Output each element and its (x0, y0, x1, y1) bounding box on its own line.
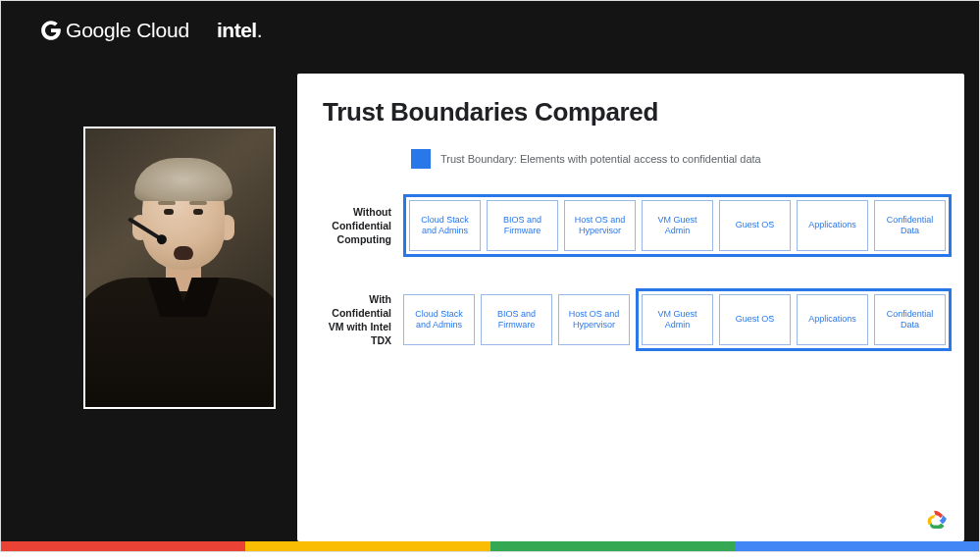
stack-box: Cloud Stack and Admins (409, 200, 481, 251)
google-cloud-text: Google Cloud (66, 19, 189, 42)
stack-box: Guest OS (719, 294, 791, 345)
stack-box: Cloud Stack and Admins (403, 294, 475, 345)
stack-box: Host OS and Hypervisor (564, 200, 636, 251)
stripe-green (490, 541, 735, 551)
video-frame: Google Cloud intel. Trust Boundaries Com… (0, 0, 980, 552)
google-cloud-logo: Google Cloud (40, 19, 189, 42)
speaker-eye (193, 209, 203, 215)
stack-box: VM Guest Admin (642, 294, 713, 345)
google-g-icon (40, 20, 62, 41)
row-without-confidential: Without Confidential Computing Cloud Sta… (323, 194, 941, 257)
speaker-brow (158, 201, 176, 205)
intel-text: intel (217, 19, 257, 41)
stack-box: Host OS and Hypervisor (558, 294, 630, 345)
stack-box: Confidential Data (874, 294, 946, 345)
stripe-yellow (245, 541, 490, 551)
row-label: Without Confidential Computing (323, 205, 403, 247)
google-cloud-icon (921, 508, 951, 532)
outside-boundary-group: Cloud Stack and Admins BIOS and Firmware… (403, 294, 630, 345)
stripe-red (1, 541, 245, 551)
google-color-stripe (1, 541, 979, 551)
legend-text: Trust Boundary: Elements with potential … (440, 153, 761, 165)
header: Google Cloud intel. (1, 1, 979, 52)
intel-logo: intel. (217, 19, 262, 42)
trust-boundary-group: Cloud Stack and Admins BIOS and Firmware… (403, 194, 952, 257)
content-area: Trust Boundaries Compared Trust Boundary… (1, 52, 979, 541)
intel-dot: . (257, 19, 262, 41)
stack-box: BIOS and Firmware (487, 200, 558, 251)
stack-box: Guest OS (719, 200, 791, 251)
speaker-eye (164, 209, 174, 215)
slide-title: Trust Boundaries Compared (323, 97, 941, 127)
speaker-mouth (174, 246, 193, 260)
stack-box: Applications (797, 200, 868, 251)
stack-box: VM Guest Admin (642, 200, 713, 251)
stripe-blue (735, 541, 979, 551)
stack-box: Applications (797, 294, 868, 345)
speaker-brow (189, 201, 207, 205)
stack-box: Confidential Data (874, 200, 946, 251)
row-with-confidential-vm: With Confidential VM with Intel TDX Clou… (323, 288, 941, 351)
trust-boundary-group: VM Guest Admin Guest OS Applications Con… (636, 288, 952, 351)
legend: Trust Boundary: Elements with potential … (411, 149, 941, 169)
speaker-video (83, 127, 276, 409)
speaker-hair (134, 158, 232, 201)
legend-swatch-icon (411, 149, 431, 169)
stack-box: BIOS and Firmware (481, 294, 552, 345)
row-label: With Confidential VM with Intel TDX (323, 292, 403, 348)
slide: Trust Boundaries Compared Trust Boundary… (297, 74, 964, 541)
